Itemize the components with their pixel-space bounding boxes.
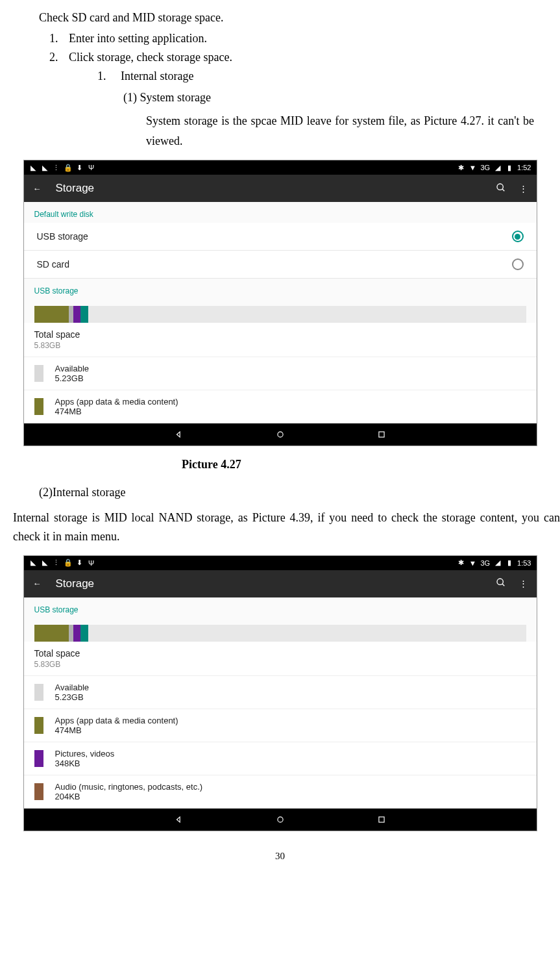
available-value: 5.23GB <box>55 373 90 383</box>
apps-label: Apps (app data & media content) <box>55 397 178 407</box>
radio-selected-icon[interactable] <box>512 231 524 242</box>
audio-label: Audio (music, ringtones, podcasts, etc.) <box>55 782 203 792</box>
radio-unselected-icon[interactable] <box>512 258 524 270</box>
svg-rect-7 <box>378 816 383 822</box>
bluetooth-icon: ✱ <box>457 164 465 171</box>
swatch-available <box>34 365 43 382</box>
status-bar: ◣ ◣ ⋮ 🔒 ⬇ Ψ ✱ ▼ 3G ◢ ▮ 1:53 <box>24 556 537 570</box>
option-usb-storage[interactable]: USB storage <box>24 223 537 251</box>
nav-back-icon[interactable] <box>174 429 184 440</box>
row-total-space[interactable]: Total space 5.83GB <box>24 642 537 676</box>
total-label: Total space <box>34 648 526 659</box>
screenshot-2: ◣ ◣ ⋮ 🔒 ⬇ Ψ ✱ ▼ 3G ◢ ▮ 1:53 ← Storage ⋮ … <box>23 555 537 831</box>
nav-home-icon[interactable] <box>275 814 286 825</box>
total-value: 5.83GB <box>34 660 526 669</box>
battery-icon: ▮ <box>505 559 513 567</box>
svg-line-5 <box>502 584 504 586</box>
apps-value: 474MB <box>55 407 178 416</box>
swatch-pictures <box>34 750 43 767</box>
download-icon: ⬇ <box>76 164 84 171</box>
option-sd-card[interactable]: SD card <box>24 251 537 279</box>
search-icon[interactable] <box>496 182 506 195</box>
row-total-space[interactable]: Total space 5.83GB <box>24 323 537 357</box>
apps-value: 474MB <box>55 725 178 735</box>
nav-recent-icon[interactable] <box>376 429 387 440</box>
paren-body-1: System storage is the spcae MID leave fo… <box>146 111 534 151</box>
pictures-label: Pictures, videos <box>55 749 115 759</box>
paren-item-1: (1) System storage <box>123 91 534 105</box>
paren-body-2: Internal storage is MID local NAND stora… <box>0 509 560 546</box>
nav-bar <box>24 809 537 831</box>
clock-label: 1:52 <box>517 164 531 171</box>
row-audio[interactable]: Audio (music, ringtones, podcasts, etc.)… <box>24 775 537 809</box>
swatch-apps <box>34 717 43 734</box>
step-2: 2. Click storage, check storage space. <box>49 51 534 64</box>
wifi-icon: ▼ <box>469 164 476 171</box>
svg-rect-3 <box>378 432 383 437</box>
bluetooth-icon: ⋮ <box>53 164 60 171</box>
svg-line-1 <box>502 189 504 191</box>
page-number: 30 <box>0 851 560 862</box>
bluetooth-icon: ✱ <box>457 559 465 567</box>
lock-icon: 🔒 <box>64 164 72 171</box>
available-label: Available <box>55 683 90 692</box>
row-available[interactable]: Available 5.23GB <box>24 676 537 709</box>
section-usb-storage: USB storage <box>24 279 537 299</box>
search-icon[interactable] <box>496 577 506 590</box>
pictures-value: 348KB <box>55 759 115 768</box>
nav-home-icon[interactable] <box>275 429 286 440</box>
screenshot-1: ◣ ◣ ⋮ 🔒 ⬇ Ψ ✱ ▼ 3G ◢ ▮ 1:52 ← Storage ⋮ … <box>23 160 537 446</box>
svg-point-6 <box>277 816 282 822</box>
available-value: 5.23GB <box>55 692 90 702</box>
signal-icon: ◢ <box>494 559 502 567</box>
status-icon: ◣ <box>41 164 49 171</box>
back-icon[interactable]: ← <box>33 579 42 588</box>
appbar-title: Storage <box>56 577 481 590</box>
nav-recent-icon[interactable] <box>376 814 387 825</box>
step-1-text: Enter into setting application. <box>69 32 207 45</box>
clock-label: 1:53 <box>517 559 531 567</box>
section-usb-storage: USB storage <box>24 597 537 618</box>
row-available[interactable]: Available 5.23GB <box>24 357 537 390</box>
row-apps[interactable]: Apps (app data & media content) 474MB <box>24 709 537 742</box>
storage-usage-bar <box>34 306 526 323</box>
step-1-number: 1. <box>49 32 69 45</box>
app-bar: ← Storage ⋮ <box>24 570 537 597</box>
wifi-icon: ▼ <box>469 559 476 567</box>
network-label: 3G <box>480 559 490 567</box>
status-icon: ◣ <box>41 559 49 567</box>
row-pictures[interactable]: Pictures, videos 348KB <box>24 742 537 775</box>
download-icon: ⬇ <box>76 559 84 567</box>
option-label: SD card <box>37 259 512 270</box>
storage-usage-bar <box>34 625 526 642</box>
option-label: USB storage <box>37 231 512 242</box>
app-bar: ← Storage ⋮ <box>24 175 537 202</box>
step-2-number: 2. <box>49 51 69 64</box>
signal-icon: ◢ <box>494 164 502 171</box>
svg-point-0 <box>497 184 503 190</box>
battery-icon: ▮ <box>505 164 513 171</box>
picture-caption-1: Picture 4.27 <box>182 458 534 471</box>
row-apps[interactable]: Apps (app data & media content) 474MB <box>24 390 537 423</box>
svg-point-2 <box>277 432 282 437</box>
more-icon[interactable]: ⋮ <box>519 579 528 588</box>
appbar-title: Storage <box>56 182 481 195</box>
bluetooth-icon: ⋮ <box>53 559 60 567</box>
total-value: 5.83GB <box>34 341 526 350</box>
swatch-available <box>34 684 43 701</box>
nav-back-icon[interactable] <box>174 814 184 825</box>
status-bar: ◣ ◣ ⋮ 🔒 ⬇ Ψ ✱ ▼ 3G ◢ ▮ 1:52 <box>24 160 537 175</box>
step-1: 1. Enter into setting application. <box>49 32 534 45</box>
back-icon[interactable]: ← <box>33 184 42 194</box>
available-label: Available <box>55 364 90 373</box>
status-icon: ◣ <box>29 164 37 171</box>
usb-icon: Ψ <box>88 559 95 567</box>
apps-label: Apps (app data & media content) <box>55 716 178 725</box>
step-2-text: Click storage, check storage space. <box>69 51 232 64</box>
more-icon[interactable]: ⋮ <box>519 184 528 194</box>
intro-text: Check SD card and MID storage space. <box>26 9 534 27</box>
total-label: Total space <box>34 329 526 340</box>
swatch-apps <box>34 398 43 415</box>
section-default-write-disk: Default write disk <box>24 202 537 223</box>
audio-value: 204KB <box>55 792 203 801</box>
